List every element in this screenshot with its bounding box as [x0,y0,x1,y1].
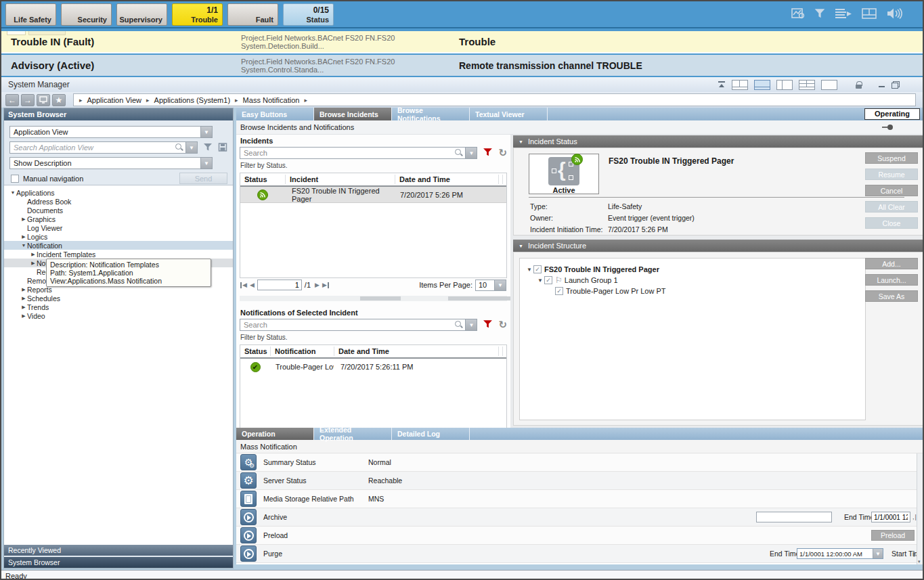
summary-status-row[interactable]: ⚙⚙ Summary Status Normal [236,453,924,472]
system-browser-bar[interactable]: System Browser [4,557,233,568]
column-incident[interactable]: Incident [285,175,395,184]
tree-item-schedules[interactable]: ▶Schedules [4,294,233,303]
view-selector[interactable]: Application View ▼ [9,126,213,138]
media-storage-row[interactable]: Media Storage Relative Path MNS [236,490,924,508]
operating-mode-button[interactable]: Operating [864,108,920,120]
expand-icon[interactable]: ▶ [30,261,37,266]
recently-viewed-bar[interactable]: Recently Viewed [4,545,233,556]
chevron-down-icon[interactable]: ▼ [465,319,477,330]
checkbox-checked[interactable]: ✓ [544,276,552,284]
save-icon[interactable] [218,143,227,153]
layout-preset-5-icon[interactable] [821,80,837,90]
structure-root-item[interactable]: ▼ ✓ FS20 Trouble IN Triggered Pager [520,264,865,275]
close-button[interactable]: Close [865,217,918,229]
column-status[interactable]: Status [240,175,285,184]
preload-row[interactable]: Preload Preload [236,527,924,545]
collapse-icon[interactable]: ▼ [519,244,523,248]
back-button[interactable]: ← [5,94,19,106]
tree-item-video[interactable]: ▶Video [4,311,233,320]
breadcrumb-application-view[interactable]: Application View [87,96,142,104]
breadcrumb-mass-notification[interactable]: Mass Notification [243,96,300,104]
lock-layout-icon[interactable] [856,81,862,89]
filter-icon[interactable] [483,319,493,330]
breadcrumb-applications[interactable]: Applications (System1) [154,96,231,104]
event-list-icon[interactable] [835,8,852,19]
system-browser-header[interactable]: System Browser [4,108,233,120]
structure-group-item[interactable]: ▼ ✓ ⚐ Launch Group 1 [520,275,865,286]
tab-textual-viewer[interactable]: Textual Viewer [470,108,548,120]
server-status-row[interactable]: ⚙ Server Status Reachable [236,472,924,490]
save-as-button[interactable]: Save As [865,290,918,302]
trouble-button[interactable]: 1/1 Trouble [172,3,223,26]
favorites-star-icon[interactable]: ★ [52,94,66,106]
first-page-icon[interactable]: ◀ [240,282,247,288]
refresh-icon[interactable]: ↻ [498,148,507,158]
collapse-icon[interactable]: ▼ [20,243,27,248]
tree-item-trends[interactable]: ▶Trends [4,303,233,311]
collapse-pane-icon[interactable] [718,81,726,89]
history-button[interactable] [37,94,50,106]
tree-item-documents[interactable]: Documents [4,206,233,215]
collapse-icon[interactable]: ▼ [525,267,533,273]
collapse-icon[interactable]: ▼ [519,139,523,144]
layout-preset-2-icon[interactable] [754,80,770,90]
column-date-time[interactable]: Date and Time [395,175,495,184]
tree-item-graphics[interactable]: ▶Graphics [4,215,233,223]
send-button[interactable]: Send [179,173,227,184]
sidebar-search-input[interactable] [10,143,175,152]
security-button[interactable]: Security [61,3,112,26]
collapse-icon[interactable]: ▼ [9,190,16,195]
expand-icon[interactable]: ▶ [20,287,27,292]
expand-icon[interactable]: ▶ [20,305,27,310]
search-icon[interactable] [175,143,184,152]
expand-icon[interactable]: ▶ [20,313,27,319]
collapse-icon[interactable]: ▼ [536,277,544,284]
expand-icon[interactable]: ▶ [20,217,27,222]
minimize-icon[interactable] [879,81,885,88]
all-clear-button[interactable]: All Clear [865,201,918,213]
chevron-down-icon[interactable]: ▼ [465,148,477,158]
filter-icon[interactable] [814,8,825,19]
add-button[interactable]: Add... [865,258,918,269]
last-page-icon[interactable]: ▶ [322,282,329,288]
tree-item-logics[interactable]: ▶Logics [4,232,233,241]
supervisory-button[interactable]: Supervisory [116,3,167,26]
cancel-button[interactable]: Cancel [865,185,918,196]
expand-icon[interactable]: ▶ [20,296,27,301]
layout-preset-3-icon[interactable] [776,80,793,90]
tree-item-applications[interactable]: ▼Applications [4,188,233,197]
layout-preset-1-icon[interactable] [732,80,748,90]
preload-button[interactable]: Preload [871,530,915,541]
horizontal-scrollbar[interactable] [240,296,507,301]
resume-button[interactable]: Resume [865,169,918,180]
expand-icon[interactable]: ▶ [20,234,27,240]
layout-preset-4-icon[interactable] [799,80,815,90]
structure-leaf-item[interactable]: ✓ Trouble-Pager Low Pr Low PT [520,286,865,296]
tab-browse-incidents[interactable]: Browse Incidents [314,108,392,120]
event-row-trouble[interactable]: Trouble IN (Fault) Project.Field Network… [1,31,923,53]
launch-button[interactable]: Launch... [865,274,918,286]
suspend-button[interactable]: Suspend [865,152,918,164]
tab-operation[interactable]: Operation [236,428,314,440]
search-icon[interactable] [454,320,464,330]
description-selector[interactable]: Show Description ▼ [9,157,213,169]
trend-chart-icon[interactable] [791,7,805,20]
vertical-scrollbar[interactable] [917,453,923,564]
prev-page-icon[interactable]: ◀ [250,282,255,288]
chevron-down-icon[interactable]: ▼ [873,549,883,558]
incidents-page-input[interactable] [257,280,302,290]
expand-icon[interactable]: ▶ [30,252,37,257]
archive-row[interactable]: Archive End Time ,|, [236,508,924,527]
event-row-advisory[interactable]: Advisory (Active) Project.Field Networks… [1,55,923,76]
forward-button[interactable]: → [21,94,35,106]
manual-navigation-checkbox[interactable] [11,175,19,183]
checkbox-checked[interactable]: ✓ [555,287,563,295]
chevron-down-icon[interactable]: ▼ [185,142,197,153]
fault-button[interactable]: Fault [227,3,278,26]
chevron-down-icon[interactable]: ▼ [200,127,212,137]
column-notification[interactable]: Notification [270,347,334,356]
refresh-icon[interactable]: ↻ [498,320,507,330]
column-status[interactable]: Status [240,347,270,356]
next-page-icon[interactable]: ▶ [315,282,320,288]
purge-row[interactable]: Purge End Time 1/1/0001 12:00:00 AM ▼ St… [236,545,924,563]
